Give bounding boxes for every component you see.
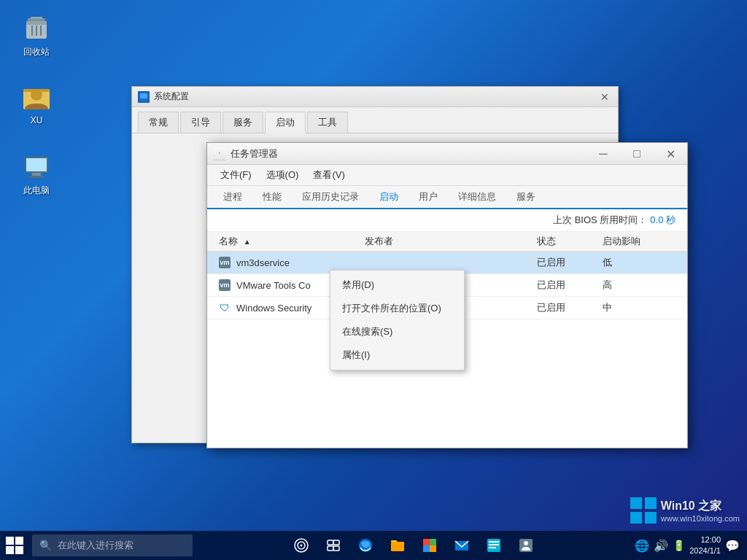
tray-battery-icon[interactable]: 🔋 [673,540,685,551]
taskmgr-title: 任务管理器 [231,147,278,160]
svg-rect-37 [391,542,404,551]
svg-rect-1 [31,17,42,19]
taskmgr-table-header: 名称 ▲ 发布者 状态 启动影响 [207,232,687,252]
watermark-text-container: Win10 之家 www.win10xitong.com [661,499,740,523]
taskmgr-window-controls: ─ □ ✕ [587,143,687,165]
sysconfig-tab-boot[interactable]: 引导 [180,112,221,133]
svg-rect-16 [140,99,147,101]
tray-time: 12:00 [689,534,721,545]
taskbar-multitasking-button[interactable] [320,532,347,559]
row-status-vm3dservice: 已启用 [537,256,603,269]
desktop-icon-recycle-bin[interactable]: 回收站 [11,11,62,61]
taskbar-search-bar[interactable]: 🔍 在此键入进行搜索 [32,534,193,556]
taskmgr-tab-processes[interactable]: 进程 [213,186,252,208]
svg-rect-22 [645,497,657,509]
taskmgr-tab-app-history[interactable]: 应用历史记录 [292,186,369,208]
svg-rect-46 [489,547,496,548]
row-impact-vmware-tools: 高 [603,279,676,292]
sysconfig-tab-tools[interactable]: 工具 [307,112,348,133]
context-menu-item-properties[interactable]: 属性(I) [330,343,464,367]
svg-rect-13 [29,176,44,178]
taskmgr-tab-startup[interactable]: 启动 [369,186,409,209]
recycle-bin-icon [22,14,51,43]
col-header-status[interactable]: 状态 [537,235,603,248]
sysconfig-title: 系统配置 [154,90,189,103]
sysconfig-tabs: 常规 引导 服务 启动 工具 [132,107,618,133]
taskbar: 🔍 在此键入进行搜索 [0,531,747,560]
bios-time-row: 上次 BIOS 所用时间： 0.0 秒 [207,209,687,232]
taskbar-middle-buttons [193,532,635,559]
taskmgr-tab-performance[interactable]: 性能 [252,186,292,208]
col-header-publisher[interactable]: 发布者 [365,235,537,248]
svg-rect-32 [328,540,333,545]
svg-rect-26 [15,537,23,545]
taskmgr-close-button[interactable]: ✕ [654,143,687,165]
taskmgr-menu-options[interactable]: 选项(O) [259,166,306,184]
taskbar-edge-button[interactable] [352,532,379,559]
taskbar-app2-button[interactable] [513,532,539,559]
user-label: XU [31,115,43,125]
svg-rect-27 [6,546,14,554]
sysconfig-tab-services[interactable]: 服务 [222,112,263,133]
col-header-impact[interactable]: 启动影响 [603,235,676,248]
sysconfig-titlebar: 系统配置 ✕ [132,87,618,107]
svg-rect-21 [630,497,642,509]
svg-rect-25 [6,537,14,545]
svg-rect-17 [219,152,220,153]
taskmgr-window-icon [213,147,226,160]
vm-icon: vm [219,279,231,291]
sysconfig-window-icon [138,91,150,103]
computer-icon [22,152,51,182]
taskbar-file-explorer-button[interactable] [384,532,411,559]
context-menu: 禁用(D) 打开文件所在的位置(O) 在线搜索(S) 属性(I) [330,270,465,370]
row-impact-vm3dservice: 低 [603,256,676,269]
row-status-vmware-tools: 已启用 [537,279,603,292]
svg-rect-28 [15,546,23,554]
vm-icon: vm [219,257,231,268]
taskbar-task-view-button[interactable] [288,532,314,559]
context-menu-item-disable[interactable]: 禁用(D) [330,273,464,297]
taskbar-system-tray: 🌐 🔊 🔋 12:00 2024/1/1 💬 [635,534,747,557]
tray-volume-icon[interactable]: 🔊 [654,539,668,553]
taskmgr-menu-view[interactable]: 查看(V) [306,166,352,184]
tray-clock[interactable]: 12:00 2024/1/1 [689,534,721,557]
svg-rect-24 [645,512,657,524]
context-menu-item-open-location[interactable]: 打开文件所在的位置(O) [330,297,464,320]
svg-point-48 [524,541,528,545]
computer-label: 此电脑 [23,184,50,197]
svg-rect-44 [489,541,499,542]
svg-rect-40 [423,545,430,552]
taskmgr-menubar: 文件(F) 选项(O) 查看(V) [207,165,687,186]
taskmgr-maximize-button[interactable]: □ [620,143,654,165]
taskmgr-minimize-button[interactable]: ─ [587,143,620,165]
search-placeholder-text: 在此键入进行搜索 [58,539,133,552]
taskmgr-tab-details[interactable]: 详细信息 [448,186,506,208]
col-header-name[interactable]: 名称 ▲ [219,235,365,248]
taskmgr-titlebar: 任务管理器 ─ □ ✕ [207,143,687,165]
sysconfig-tab-startup[interactable]: 启动 [265,112,306,133]
watermark-title: Win10 之家 [661,499,740,514]
sysconfig-tab-general[interactable]: 常规 [138,112,179,133]
shield-icon: 🛡 [219,302,231,314]
taskbar-store-button[interactable] [417,532,443,559]
tray-network-icon[interactable]: 🌐 [635,539,649,553]
svg-rect-3 [26,21,47,25]
sysconfig-close-button[interactable]: ✕ [597,90,612,104]
taskmgr-tab-users[interactable]: 用户 [409,186,448,208]
start-button[interactable] [0,531,29,560]
svg-rect-41 [430,545,436,552]
tray-notification-icon[interactable]: 💬 [725,539,740,553]
taskbar-app1-button[interactable] [481,532,507,559]
context-menu-item-online-search[interactable]: 在线搜索(S) [330,320,464,343]
svg-rect-9 [23,89,50,92]
svg-rect-38 [423,539,430,545]
svg-rect-12 [32,173,41,176]
taskmgr-menu-file[interactable]: 文件(F) [213,166,259,184]
desktop-icon-computer[interactable]: 此电脑 [11,149,62,200]
taskbar-mail-button[interactable] [449,532,475,559]
taskmgr-tab-services[interactable]: 服务 [506,186,546,208]
user-icon [22,83,51,112]
recycle-bin-label: 回收站 [23,46,50,58]
watermark-url: www.win10xitong.com [661,514,740,523]
desktop-icon-user[interactable]: XU [11,80,62,128]
